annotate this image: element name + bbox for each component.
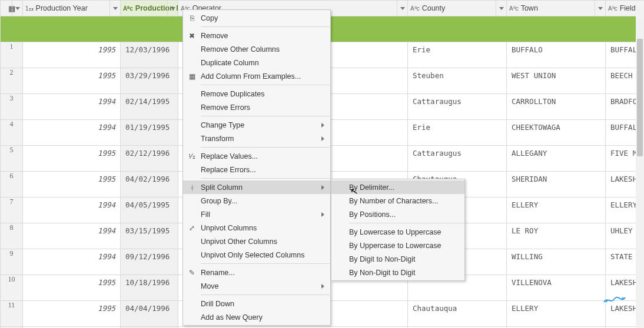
vertical-scrollbar[interactable] [636,15,644,328]
cell-year[interactable]: 1995 [23,42,120,54]
menu-item[interactable]: ▦Add Column From Examples... [183,69,330,83]
cell-town[interactable]: ALLEGANY [507,146,605,158]
menu-item[interactable]: Remove Errors [183,101,330,114]
submenu-item[interactable]: By Digit to Non-Digit [331,252,464,266]
menu-item[interactable]: Transform [183,132,330,145]
cell-town[interactable]: CHEEKTOWAGA [507,120,605,132]
cell-town[interactable]: LE ROY [507,223,605,235]
cell-county[interactable]: Cattaraugus [408,94,506,106]
cell-date[interactable]: 02/14/1995 [121,94,178,106]
split-column-submenu[interactable]: By Delimiter...By Number of Characters..… [331,179,465,281]
cell-county[interactable]: Steuben [408,68,506,80]
row-number[interactable]: 1 [1,42,23,68]
cell-date[interactable]: 10/18/1996 [121,275,178,287]
submenu-item[interactable]: By Positions... [331,207,464,221]
cell-date[interactable]: 12/03/1996 [121,42,178,54]
corner-dropdown[interactable] [12,1,22,16]
menu-item[interactable]: ⎘Copy [183,11,330,25]
cell-date[interactable]: 03/29/1996 [121,68,178,80]
column-filter-dropdown[interactable] [167,1,178,16]
menu-item-label: Split Column [201,183,318,192]
cell-date[interactable]: 01/19/1995 [121,120,178,132]
cell-year[interactable]: 1995 [23,301,120,313]
column-header-field[interactable]: AᴮcField [606,1,645,16]
cell-town[interactable]: BUFFALO [507,42,605,54]
row-number[interactable]: 10 [1,275,23,301]
row-number[interactable]: 2 [1,68,23,94]
menu-item[interactable]: Move [183,279,330,293]
menu-item[interactable]: Add as New Query [183,310,330,324]
column-filter-dropdown[interactable] [109,1,120,16]
column-header-town[interactable]: AᴮcTown [507,1,606,16]
row-number[interactable]: 3 [1,94,23,120]
cell-date[interactable]: 04/05/1995 [121,198,178,209]
cell-year[interactable]: 1995 [23,68,120,80]
menu-item[interactable]: Drill Down [183,297,330,310]
submenu-item-label: By Delimiter... [349,183,464,192]
menu-item[interactable]: ⤢Unpivot Columns [183,221,330,235]
column-header-county[interactable]: AᴮcCounty [408,1,507,16]
submenu-arrow-icon [321,212,324,217]
row-number[interactable]: 6 [1,172,23,198]
submenu-item[interactable]: By Number of Characters... [331,194,464,207]
menu-item[interactable]: ⟊Split Column [183,180,330,194]
submenu-item[interactable]: By Non-Digit to Digit [331,266,464,279]
menu-item[interactable]: ✎Rename... [183,266,330,279]
cell-county[interactable]: Chautauqua [408,301,506,313]
row-number[interactable]: 7 [1,198,23,223]
cell-town[interactable]: WILLING [507,249,605,261]
submenu-arrow-icon [321,185,324,190]
column-filter-dropdown[interactable] [397,1,407,16]
cell-county[interactable]: Erie [408,42,506,54]
submenu-arrow-icon [321,123,324,128]
column-context-menu[interactable]: ⎘Copy✖RemoveRemove Other ColumnsDuplicat… [182,9,331,326]
menu-item[interactable]: Group By... [183,194,330,207]
row-number[interactable]: 5 [1,146,23,172]
menu-item-icon: ¹⁄₂ [183,152,201,160]
cell-year[interactable]: 1995 [23,275,120,287]
cell-year[interactable]: 1994 [23,223,120,235]
row-number[interactable]: 9 [1,249,23,275]
cell-year[interactable]: 1994 [23,94,120,106]
cell-year[interactable]: 1994 [23,120,120,132]
select-all-corner[interactable]: ▦ [1,1,23,16]
submenu-item[interactable]: By Delimiter... [331,180,464,194]
menu-item[interactable]: Fill [183,207,330,221]
cell-date[interactable]: 03/15/1995 [121,223,178,235]
cell-county[interactable]: Cattaraugus [408,146,506,158]
menu-item[interactable]: Replace Errors... [183,163,330,176]
menu-item[interactable]: Duplicate Column [183,56,330,69]
cell-town[interactable]: SHERIDAN [507,172,605,183]
cell-year[interactable]: 1994 [23,249,120,261]
menu-item[interactable]: Remove Other Columns [183,42,330,56]
column-header-date[interactable]: AᴮcProduction Date Entered [121,1,178,16]
row-number[interactable]: 4 [1,120,23,146]
cell-year[interactable]: 1994 [23,198,120,209]
menu-item[interactable]: Remove Duplicates [183,87,330,101]
cell-year[interactable]: 1995 [23,146,120,158]
row-number[interactable]: 11 [1,301,23,327]
cell-town[interactable]: WEST UNION [507,68,605,80]
cell-town[interactable]: ELLERY [507,301,605,313]
cell-town[interactable]: ELLERY [507,198,605,209]
menu-item[interactable]: ✖Remove [183,29,330,42]
cell-county[interactable]: Erie [408,120,506,132]
cell-date[interactable]: 02/12/1996 [121,146,178,158]
cell-town[interactable]: VILLENOVA [507,275,605,287]
column-filter-dropdown[interactable] [496,1,506,16]
cell-date[interactable]: 04/02/1996 [121,172,178,183]
row-number[interactable]: 8 [1,223,23,249]
submenu-item[interactable]: By Uppercase to Lowercase [331,239,464,252]
menu-item[interactable]: ¹⁄₂Replace Values... [183,149,330,163]
column-filter-dropdown[interactable] [595,1,605,16]
column-header-year[interactable]: 1₂₃Production Year [23,1,121,16]
cell-town[interactable]: CARROLLTON [507,94,605,106]
scrollbar-thumb[interactable] [637,39,643,156]
cell-year[interactable]: 1995 [23,172,120,183]
submenu-item[interactable]: By Lowercase to Uppercase [331,225,464,239]
menu-item[interactable]: Unpivot Other Columns [183,235,330,248]
cell-date[interactable]: 04/04/1996 [121,301,178,313]
menu-item[interactable]: Change Type [183,118,330,132]
cell-date[interactable]: 09/12/1996 [121,249,178,261]
menu-item[interactable]: Unpivot Only Selected Columns [183,248,330,262]
